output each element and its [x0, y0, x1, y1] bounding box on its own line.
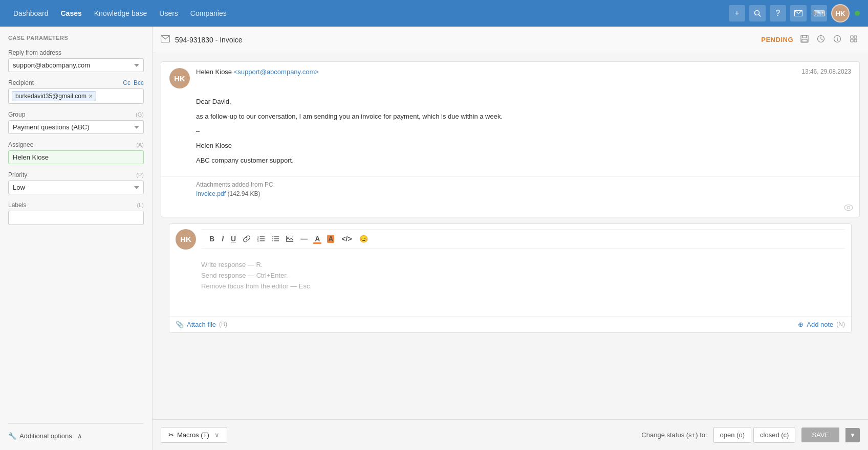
assignee-label: Assignee (A) [8, 141, 144, 148]
svg-point-15 [844, 205, 853, 210]
bg-color-button[interactable]: A [324, 233, 337, 245]
svg-text:3: 3 [257, 239, 259, 242]
case-header-actions [798, 33, 860, 47]
email-card: HK Helen Kiose <support@abcompany.com> 1… [161, 61, 860, 217]
labels-input[interactable] [8, 211, 144, 225]
bcc-link[interactable]: Bcc [134, 79, 144, 86]
labels-group: Labels (L) [8, 201, 144, 225]
avatar[interactable]: HK [831, 4, 850, 22]
sidebar-footer: 🔧 Additional options ∧ [8, 423, 144, 442]
macros-icon: ✂ [168, 431, 174, 439]
bottom-bar: ✂ Macros (T) ∨ Change status (s+) to: op… [153, 419, 868, 450]
case-title: 594-931830 - Invoice [175, 36, 756, 44]
email-attachments: Attachments added from PC: Invoice.pdf (… [161, 176, 859, 204]
ordered-list-button[interactable]: 1 2 3 [254, 234, 268, 244]
chevron-up-icon: ∧ [77, 432, 82, 440]
email-card-header: HK Helen Kiose <support@abcompany.com> 1… [161, 62, 859, 95]
nav-knowledge-base[interactable]: Knowledge base [89, 6, 153, 20]
mail-button[interactable] [790, 5, 807, 21]
main-layout: CASE PARAMETERS Reply from address suppo… [0, 27, 868, 450]
group-group: Group (G) Payment questions (ABC) [8, 111, 144, 134]
emoji-button[interactable]: 😊 [356, 233, 371, 245]
reply-editor: HK B I U [169, 223, 852, 333]
font-color-button[interactable]: A [312, 233, 323, 245]
wrench-icon: 🔧 [8, 432, 16, 440]
email-scroll-area: HK Helen Kiose <support@abcompany.com> 1… [153, 53, 868, 419]
case-header: 594-931830 - Invoice PENDING [153, 27, 868, 53]
group-select[interactable]: Payment questions (ABC) [8, 120, 144, 134]
eye-icon[interactable] [844, 204, 853, 213]
recipient-box[interactable]: burkedavid35@gmail.com × [8, 88, 144, 104]
link-button[interactable] [240, 233, 253, 244]
group-shortcut: (G) [136, 111, 144, 118]
info-button[interactable] [831, 33, 843, 47]
underline-button[interactable]: U [228, 233, 239, 245]
nav-users[interactable]: Users [154, 6, 183, 20]
email-sig-dash: – [196, 126, 851, 137]
editor-placeholder-line3: Remove focus from the editor — Esc. [201, 281, 843, 292]
sender-avatar: HK [169, 68, 190, 88]
new-item-button[interactable]: + [729, 5, 745, 21]
hr-button[interactable]: — [297, 233, 311, 245]
search-button[interactable] [749, 5, 766, 21]
sidebar: CASE PARAMETERS Reply from address suppo… [0, 27, 153, 450]
status-btn-group: open (o) closed (c) [713, 427, 796, 443]
unordered-list-button[interactable] [269, 234, 282, 244]
nav-cases[interactable]: Cases [56, 6, 87, 20]
priority-select[interactable]: Low [8, 181, 144, 194]
email-card-eye [161, 204, 859, 217]
topnav: Dashboard Cases Knowledge base Users Com… [0, 0, 868, 27]
additional-options-label: Additional options [19, 432, 72, 440]
macros-button[interactable]: ✂ Macros (T) ∨ [161, 427, 227, 443]
svg-point-28 [272, 240, 273, 241]
svg-rect-5 [802, 35, 807, 38]
recipient-email: burkedavid35@gmail.com [15, 93, 86, 100]
closed-status-button[interactable]: closed (c) [753, 427, 795, 443]
remove-recipient-button[interactable]: × [89, 93, 93, 100]
attach-file-button[interactable]: Attach file [187, 321, 216, 328]
help-button[interactable]: ? [770, 5, 786, 21]
priority-group: Priority (P) Low [8, 171, 144, 194]
additional-options-button[interactable]: 🔧 Additional options ∧ [8, 430, 82, 442]
attach-file-shortcut: (B) [219, 321, 227, 328]
save-dropdown-button[interactable]: ▼ [845, 428, 860, 442]
nav-dashboard[interactable]: Dashboard [8, 6, 54, 20]
assignee-select[interactable]: Helen Kiose [8, 150, 144, 164]
image-button[interactable] [283, 234, 296, 244]
chevron-down-icon: ∨ [214, 431, 220, 439]
reply-editor-header: HK B I U [169, 224, 851, 255]
save-button[interactable]: SAVE [801, 428, 839, 442]
labels-shortcut: (L) [137, 202, 144, 208]
note-icon: ⊕ [798, 321, 804, 328]
email-sig-company: ABC company customer support. [196, 155, 851, 166]
plugin-button[interactable] [848, 33, 860, 47]
open-status-button[interactable]: open (o) [713, 427, 751, 443]
svg-rect-6 [802, 39, 807, 42]
macros-label: Macros (T) [177, 431, 209, 439]
svg-rect-14 [854, 39, 857, 42]
svg-point-10 [837, 37, 837, 37]
email-body-text: as a follow-up to our conversation, I am… [196, 111, 851, 122]
email-body: Dear David, as a follow-up to our conver… [161, 95, 859, 176]
code-button[interactable]: </> [338, 233, 355, 245]
sidebar-title: CASE PARAMETERS [8, 35, 144, 41]
italic-button[interactable]: I [219, 233, 227, 245]
add-note-shortcut: (N) [836, 321, 845, 328]
nav-companies[interactable]: Companies [185, 6, 232, 20]
cc-link[interactable]: Cc [123, 79, 131, 86]
save-doc-button[interactable] [798, 33, 811, 47]
email-timestamp: 13:46, 29.08.2023 [801, 68, 851, 75]
keyboard-button[interactable]: ⌨ [811, 5, 827, 21]
add-note-button[interactable]: Add note [807, 321, 833, 328]
editor-toolbar: B I U [201, 229, 845, 249]
bold-button[interactable]: B [206, 233, 218, 245]
email-from-address: <support@abcompany.com> [234, 68, 319, 76]
reply-from-group: Reply from address support@abcompany.com [8, 49, 144, 72]
reply-from-select[interactable]: support@abcompany.com [8, 58, 144, 72]
attachment-link[interactable]: Invoice.pdf [196, 190, 227, 197]
email-from: Helen Kiose <support@abcompany.com> [196, 68, 319, 76]
history-button[interactable] [815, 33, 827, 47]
change-status-label: Change status (s+) to: [641, 431, 707, 439]
editor-body[interactable]: Write response — R. Send response — Ctrl… [169, 255, 851, 316]
case-status: PENDING [761, 36, 793, 43]
